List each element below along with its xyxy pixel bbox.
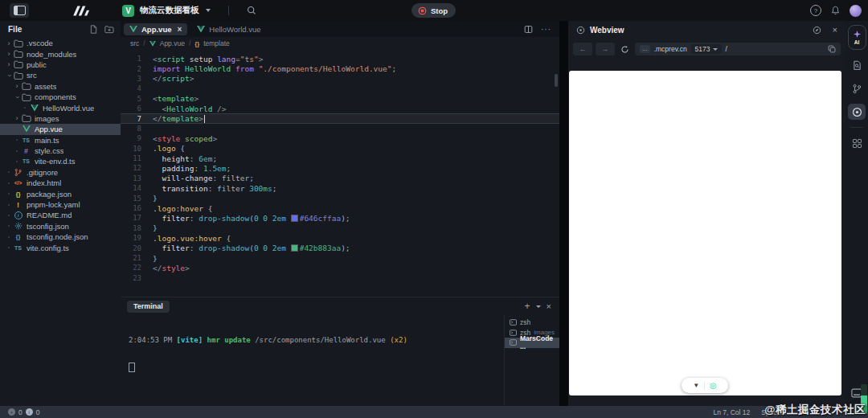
code-line-1[interactable]: 1<script setup lang="ts"> [121,54,559,64]
file-item-vite.config.ts[interactable]: TSvite.config.ts [0,242,121,252]
chevron-right-icon[interactable]: › [16,82,18,90]
file-item-.gitignore[interactable]: .gitignore [0,167,121,178]
code-line-12[interactable]: 12 padding: 1.5em; [121,163,559,173]
new-terminal-icon[interactable]: + [525,302,530,310]
chevron-right-icon[interactable]: › [8,60,10,68]
chevron-right-icon[interactable]: › [8,50,10,58]
editor-scrollbar[interactable] [555,74,558,87]
code-line-10[interactable]: 10.logo { [121,144,559,154]
refresh-icon[interactable] [620,45,629,54]
copy-url-icon[interactable] [828,45,836,53]
code-line-17[interactable]: 17 filter: drop-shadow(0 0 2em #646cffaa… [121,213,559,223]
code-line-20[interactable]: 20 filter: drop-shadow(0 0 2em #42b883aa… [121,243,559,252]
file-item-assets[interactable]: ›assets [0,81,121,92]
close-icon[interactable]: × [547,301,551,311]
close-tab-icon[interactable]: × [177,25,182,34]
workspace-name[interactable]: 物流云数据看板 [140,5,199,16]
apps-grid-icon[interactable] [848,135,866,151]
file-item-.vscode[interactable]: ›.vscode [0,38,121,48]
terminal-dropdown-icon[interactable] [536,305,541,308]
source-control-icon[interactable] [848,80,866,96]
tab-app-vue[interactable]: App.vue × [124,23,187,35]
panel-toggle-button[interactable] [10,3,29,18]
problems-indicator[interactable]: × 0 i 0 [8,408,39,416]
file-item-node_modules[interactable]: ›node_modules [0,48,121,59]
chevron-down-icon[interactable]: › [13,96,21,98]
bell-icon[interactable] [831,6,840,15]
port-select[interactable]: 5173 [691,44,722,54]
code-line-19[interactable]: 19.logo.vue:hover { [121,233,559,243]
ai-assistant-button[interactable]: AI [848,25,866,50]
split-editor-icon[interactable] [524,25,533,34]
collapse-triangle-icon[interactable]: ▼ [693,382,699,389]
chevron-right-icon[interactable]: › [16,114,18,122]
stop-button[interactable]: Stop [411,3,456,18]
inspect-target-icon[interactable]: ◎ [710,382,717,390]
code-line-14[interactable]: 14 transition: filter 300ms; [121,183,559,193]
file-item-tsconfig.json[interactable]: tsconfig.json [0,221,121,232]
cursor-position[interactable]: Ln 7, Col 12 [713,408,750,416]
code-line-21[interactable]: 21} [121,253,559,263]
help-icon[interactable]: ? [810,5,821,16]
code-line-22[interactable]: 22</style> [121,263,559,273]
url-bar[interactable]: ... .mcprev.cn 5173 / [635,43,841,55]
code-line-2[interactable]: 2import HelloWorld from "./components/He… [121,64,559,73]
preview-frame[interactable] [569,71,841,395]
code-line-4[interactable]: 4 [121,84,559,93]
chevron-down-icon[interactable]: › [5,74,13,76]
code-text: filter: drop-shadow(0 0 2em #42b883aa); [153,244,350,252]
doc-search-icon[interactable] [848,57,866,73]
more-actions-icon[interactable]: ··· [541,25,551,34]
new-file-icon[interactable] [89,25,98,34]
breadcrumb[interactable]: src / App.vue / {} template [121,37,559,50]
file-item-package.json[interactable]: {}package.json [0,188,121,199]
file-item-src[interactable]: ›src [0,70,121,80]
file-item-pnpm-lock.yaml[interactable]: !pnpm-lock.yaml [0,199,121,210]
code-line-18[interactable]: 18} [121,223,559,233]
terminal-session-zsh[interactable]: zsh [505,318,559,328]
file-item-index.html[interactable]: </>index.html [0,178,121,188]
terminal-output[interactable]: 2:04:53 PM [vite] hmr update /src/compon… [121,315,504,405]
search-icon[interactable] [247,6,256,15]
code-line-8[interactable]: 8 [121,124,559,133]
line-number: 14 [121,184,141,192]
terminal-session-MarsCode[interactable]: MarsCode ... [505,338,559,348]
code-line-16[interactable]: 16.logo:hover { [121,203,559,213]
forward-icon[interactable]: → [596,43,615,55]
file-item-App.vue[interactable]: App.vue [0,124,121,134]
new-folder-icon[interactable] [104,25,114,34]
url-path[interactable]: / [726,45,824,53]
back-icon[interactable]: ← [573,43,592,55]
file-item-style.css[interactable]: #style.css [0,145,121,156]
close-icon[interactable]: × [833,25,837,35]
code-editor[interactable]: 1<script setup lang="ts">2import HelloWo… [121,50,559,301]
open-in-browser-icon[interactable] [813,26,821,35]
file-item-public[interactable]: ›public [0,59,121,70]
code-line-5[interactable]: 5<template> [121,94,559,104]
file-item-HelloWorld.vue[interactable]: HelloWorld.vue [0,102,121,113]
code-line-15[interactable]: 15} [121,193,559,203]
chevron-down-icon[interactable] [206,9,211,12]
avatar[interactable] [850,5,862,17]
file-item-README.md[interactable]: iREADME.md [0,210,121,220]
marscode-logo[interactable] [69,6,90,16]
code-line-23[interactable]: 23 [121,273,559,283]
code-line-11[interactable]: 11 height: 6em; [121,154,559,163]
code-line-7[interactable]: 7</template> [121,113,559,123]
file-item-main.ts[interactable]: TSmain.ts [0,135,121,145]
preview-overlay-toolbar[interactable]: ▼ ◎ [682,378,728,393]
line-number: 22 [121,264,141,272]
file-item-components[interactable]: ›components [0,92,121,102]
webview-icon[interactable] [848,104,866,120]
code-line-13[interactable]: 13 will-change: filter; [121,174,559,183]
code-text: padding: 1.5em; [153,164,231,173]
chevron-right-icon[interactable]: › [8,39,10,47]
file-item-vite-env.d.ts[interactable]: TSvite-env.d.ts [0,156,121,166]
code-line-6[interactable]: 6 <HelloWorld /> [121,104,559,113]
tab-helloworld-vue[interactable]: HelloWorld.vue [191,23,266,35]
file-item-tsconfig.node.json[interactable]: {}tsconfig.node.json [0,232,121,242]
code-line-3[interactable]: 3</script> [121,74,559,84]
code-line-9[interactable]: 9<style scoped> [121,133,559,143]
terminal-tab[interactable]: Terminal [127,301,170,313]
file-item-images[interactable]: ›images [0,113,121,124]
